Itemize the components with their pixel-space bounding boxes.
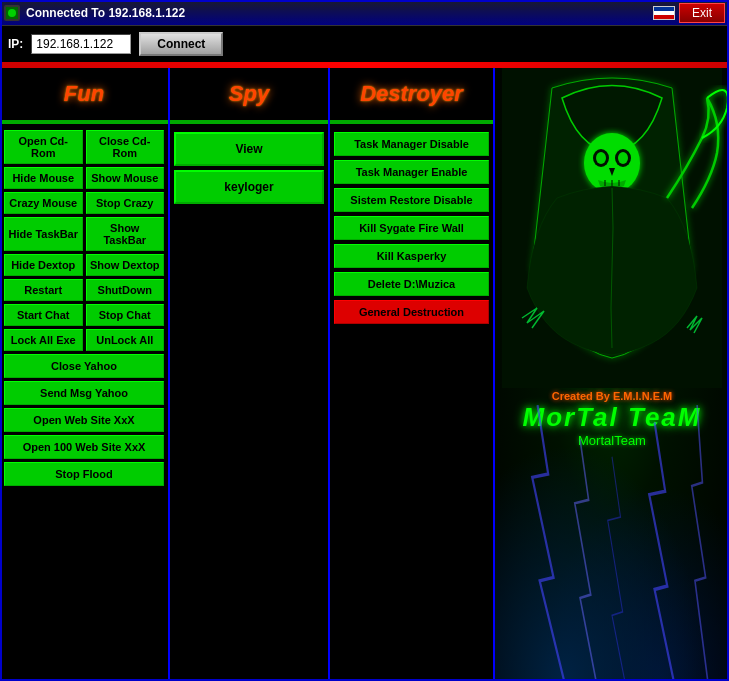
view-button[interactable]: View: [174, 132, 324, 166]
app-icon: [4, 5, 20, 21]
connect-button[interactable]: Connect: [139, 32, 223, 56]
grim-reaper-art: [495, 68, 729, 388]
spy-buttons-container: View keyloger: [170, 128, 328, 208]
stop-chat-button[interactable]: Stop Chat: [86, 304, 165, 326]
hide-taskbar-button[interactable]: Hide TaskBar: [4, 217, 83, 251]
open-100-web-site-xxx-button[interactable]: Open 100 Web Site XxX: [4, 435, 164, 459]
shutdown-button[interactable]: ShutDown: [86, 279, 165, 301]
start-chat-button[interactable]: Start Chat: [4, 304, 83, 326]
spy-panel: Spy View keyloger: [170, 68, 330, 681]
show-taskbar-button[interactable]: Show TaskBar: [86, 217, 165, 251]
title-bar: Connected To 192.168.1.122 Exit: [0, 0, 729, 26]
ip-label: IP:: [8, 37, 23, 51]
lock-all-exe-button[interactable]: Lock All Exe: [4, 329, 83, 351]
fun-panel-header: Fun: [0, 68, 168, 120]
task-manager-enable-button[interactable]: Task Manager Enable: [334, 160, 489, 184]
fun-row-1: Hide Mouse Show Mouse: [4, 167, 164, 189]
open-web-site-xxx-button[interactable]: Open Web Site XxX: [4, 408, 164, 432]
svg-point-7: [596, 152, 606, 164]
show-mouse-button[interactable]: Show Mouse: [86, 167, 165, 189]
unlock-all-button[interactable]: UnLock All: [86, 329, 165, 351]
fun-row-5: Restart ShutDown: [4, 279, 164, 301]
open-cd-rom-button[interactable]: Open Cd-Rom: [4, 130, 83, 164]
hide-mouse-button[interactable]: Hide Mouse: [4, 167, 83, 189]
fun-row-0: Open Cd-Rom Close Cd-Rom: [4, 130, 164, 164]
fun-row-7: Lock All Exe UnLock All: [4, 329, 164, 351]
lightning-background: [495, 405, 729, 681]
title-bar-left: Connected To 192.168.1.122: [4, 5, 185, 21]
fun-row-2: Crazy Mouse Stop Crazy: [4, 192, 164, 214]
spy-panel-header: Spy: [170, 68, 328, 120]
destroyer-panel: Destroyer Task Manager Disable Task Mana…: [330, 68, 495, 681]
close-yahoo-button[interactable]: Close Yahoo: [4, 354, 164, 378]
destroyer-panel-divider: [330, 120, 493, 124]
keyloger-button[interactable]: keyloger: [174, 170, 324, 204]
title-text: Connected To 192.168.1.122: [26, 6, 185, 20]
spy-panel-divider: [170, 120, 328, 124]
kill-sygate-firewall-button[interactable]: Kill Sygate Fire Wall: [334, 216, 489, 240]
ip-input[interactable]: [31, 34, 131, 54]
stop-flood-button[interactable]: Stop Flood: [4, 462, 164, 486]
fun-panel-divider: [0, 120, 168, 124]
kill-kasperky-button[interactable]: Kill Kasperky: [334, 244, 489, 268]
hide-dextop-button[interactable]: Hide Dextop: [4, 254, 83, 276]
destroyer-panel-header: Destroyer: [330, 68, 493, 120]
general-destruction-button[interactable]: General Destruction: [334, 300, 489, 324]
stop-crazy-button[interactable]: Stop Crazy: [86, 192, 165, 214]
show-dextop-button[interactable]: Show Dextop: [86, 254, 165, 276]
flag-icon: [653, 6, 675, 20]
fun-row-4: Hide Dextop Show Dextop: [4, 254, 164, 276]
main-area: Fun Open Cd-Rom Close Cd-Rom Hide Mouse …: [0, 68, 729, 681]
svg-point-8: [618, 152, 628, 164]
art-panel: Created By E.M.I.N.E.M MorTal TeaM Morta…: [495, 68, 729, 681]
exit-button[interactable]: Exit: [679, 3, 725, 23]
sistem-restore-disable-button[interactable]: Sistem Restore Disable: [334, 188, 489, 212]
fun-buttons-container: Open Cd-Rom Close Cd-Rom Hide Mouse Show…: [0, 128, 168, 488]
task-manager-disable-button[interactable]: Task Manager Disable: [334, 132, 489, 156]
exit-btn-wrap: Exit: [653, 3, 725, 23]
fun-row-3: Hide TaskBar Show TaskBar: [4, 217, 164, 251]
close-cd-rom-button[interactable]: Close Cd-Rom: [86, 130, 165, 164]
fun-row-6: Start Chat Stop Chat: [4, 304, 164, 326]
fun-panel: Fun Open Cd-Rom Close Cd-Rom Hide Mouse …: [0, 68, 170, 681]
address-bar: IP: Connect: [0, 26, 729, 62]
delete-d-muzica-button[interactable]: Delete D:\Muzica: [334, 272, 489, 296]
restart-button[interactable]: Restart: [4, 279, 83, 301]
created-by-text: Created By E.M.I.N.E.M: [495, 390, 729, 402]
lightning-svg: [495, 405, 729, 681]
send-msg-yahoo-button[interactable]: Send Msg Yahoo: [4, 381, 164, 405]
crazy-mouse-button[interactable]: Crazy Mouse: [4, 192, 83, 214]
destroyer-buttons-container: Task Manager Disable Task Manager Enable…: [330, 128, 493, 328]
svg-point-1: [8, 9, 16, 17]
